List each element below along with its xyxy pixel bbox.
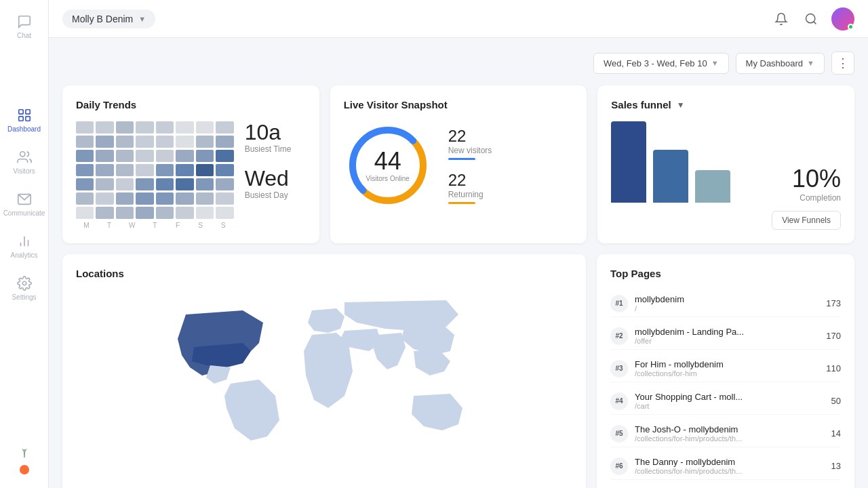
- heatmap-cell: [176, 178, 193, 190]
- heatmap-cell: [196, 192, 214, 205]
- funnel-bar-2: [653, 150, 688, 203]
- store-selector[interactable]: Molly B Denim ▼: [62, 9, 155, 28]
- heatmap-cell: [96, 121, 113, 134]
- live-visitor-title: Live Visitor Snapshot: [344, 99, 574, 110]
- heatmap-cell: [196, 207, 214, 219]
- date-dropdown-icon: ▼: [711, 59, 719, 67]
- page-path: /collections/for-him: [635, 369, 819, 378]
- day-label-m: M: [76, 222, 97, 229]
- page-name: The Josh-O - mollybdenim: [635, 424, 825, 434]
- page-info: The Danny - mollybdenim /collections/for…: [635, 457, 825, 475]
- heatmap-cell: [196, 121, 214, 134]
- heatmap-cell: [216, 121, 233, 134]
- day-label-t1: T: [99, 222, 120, 229]
- communicate-label: Communicate: [3, 209, 45, 217]
- avatar[interactable]: [831, 7, 854, 30]
- list-item[interactable]: #5 The Josh-O - mollybdenim /collections…: [610, 420, 841, 447]
- svg-line-12: [814, 21, 816, 24]
- heatmap-cell: [216, 192, 233, 205]
- notification-icon[interactable]: [772, 9, 791, 28]
- view-funnels-button[interactable]: View Funnels: [772, 211, 841, 230]
- svg-point-4: [20, 152, 24, 157]
- busiest-day-value: Wed: [245, 167, 306, 189]
- rank-badge: #2: [610, 327, 628, 345]
- funnel-bars: [611, 121, 781, 203]
- page-info: The Josh-O - mollybdenim /collections/fo…: [635, 424, 825, 443]
- topbar: Molly B Denim ▼: [49, 0, 868, 38]
- day-label-s1: S: [190, 222, 211, 229]
- sidebar-item-visitors[interactable]: Visitors: [0, 142, 48, 182]
- heatmap-cell: [96, 192, 113, 205]
- filters-bar: Wed, Feb 3 - Wed, Feb 10 ▼ My Dashboard …: [62, 52, 854, 75]
- heatmap-cell: [96, 178, 113, 190]
- list-item[interactable]: #3 For Him - mollybdenim /collections/fo…: [610, 355, 841, 382]
- heatmap-cell: [176, 121, 193, 134]
- returning-label: Returning: [448, 190, 492, 199]
- heatmap-cell: [156, 178, 174, 190]
- sidebar-item-chat[interactable]: Chat: [0, 7, 48, 46]
- heatmap-cell: [96, 136, 113, 148]
- list-item[interactable]: #4 Your Shopping Cart - moll... /cart 50: [610, 388, 841, 415]
- list-item[interactable]: #2 mollybdenim - Landing Pa... /offer 17…: [610, 323, 841, 350]
- funnel-bar-1: [611, 121, 646, 203]
- heatmap-cell: [156, 192, 174, 205]
- returning-bar: [448, 202, 475, 204]
- heatmap-cell: [76, 164, 94, 176]
- heatmap-cell: [136, 207, 153, 219]
- dashboard-name-text: My Dashboard: [746, 58, 804, 68]
- date-range-text: Wed, Feb 3 - Wed, Feb 10: [604, 58, 707, 68]
- sidebar-bottom: [18, 443, 31, 481]
- heatmap-cell: [76, 178, 94, 190]
- heatmap-labels: M T W T F S S: [76, 222, 234, 229]
- visitors-icon: [16, 149, 33, 165]
- heatmap-cell: [96, 164, 113, 176]
- rank-badge: #4: [610, 392, 628, 410]
- heatmap-cell: [136, 192, 153, 205]
- page-count: 110: [826, 363, 841, 373]
- top-pages-list: #1 mollybdenim / 173 #2 mollybdenim - La…: [610, 290, 841, 480]
- page-count: 170: [826, 331, 841, 341]
- sidebar-item-communicate[interactable]: Communicate: [0, 184, 48, 224]
- day-label-f: F: [167, 222, 189, 229]
- heatmap-cell: [76, 121, 94, 134]
- topbar-right: [772, 7, 854, 30]
- sales-funnel-header: Sales funnel ▼: [611, 99, 841, 110]
- sales-funnel-dropdown-icon: ▼: [677, 100, 685, 110]
- dashboard-filter[interactable]: My Dashboard ▼: [736, 53, 825, 74]
- view-funnels-wrapper: View Funnels: [611, 211, 841, 230]
- analytics-label: Analytics: [10, 251, 37, 259]
- list-item[interactable]: #6 The Danny - mollybdenim /collections/…: [610, 453, 841, 480]
- svg-rect-2: [18, 117, 22, 121]
- heatmap-cell: [216, 207, 233, 219]
- communicate-icon: [16, 191, 33, 207]
- heatmap-cell: [116, 136, 134, 148]
- sidebar-item-dashboard[interactable]: Dashboard: [0, 100, 48, 140]
- new-visitors-count: 22: [448, 127, 492, 146]
- returning-count: 22: [448, 171, 492, 190]
- funnel-bar-3: [695, 170, 730, 203]
- heatmap-cell: [76, 150, 94, 162]
- daily-trends-title: Daily Trends: [76, 99, 306, 110]
- heatmap-cell: [116, 150, 134, 162]
- sidebar-item-analytics[interactable]: Analytics: [0, 226, 48, 266]
- live-visitor-card: Live Visitor Snapshot 44 Visitors Online: [330, 85, 587, 243]
- sidebar-item-settings[interactable]: Settings: [0, 268, 48, 308]
- map-container: [76, 290, 572, 453]
- busiest-time-value: 10a: [245, 121, 306, 143]
- svg-rect-1: [25, 110, 29, 114]
- date-range-filter[interactable]: Wed, Feb 3 - Wed, Feb 10 ▼: [593, 53, 729, 74]
- page-info: mollybdenim - Landing Pa... /offer: [635, 327, 819, 345]
- page-count: 13: [831, 461, 841, 471]
- search-icon[interactable]: [802, 9, 821, 28]
- more-options-button[interactable]: ⋮: [831, 52, 854, 75]
- page-info: Your Shopping Cart - moll... /cart: [635, 392, 825, 410]
- list-item[interactable]: #1 mollybdenim / 173: [610, 290, 841, 317]
- heatmap-cell: [156, 164, 174, 176]
- top-pages-title: Top Pages: [610, 268, 841, 279]
- heatmap-cell: [116, 121, 134, 134]
- new-visitors-bar: [448, 158, 475, 160]
- notification-dot: [20, 465, 29, 474]
- heatmap-cell: [216, 150, 233, 162]
- heatmap-cell: [116, 207, 134, 219]
- daily-trends-inner: M T W T F S S 10a Busiest Time: [76, 121, 306, 229]
